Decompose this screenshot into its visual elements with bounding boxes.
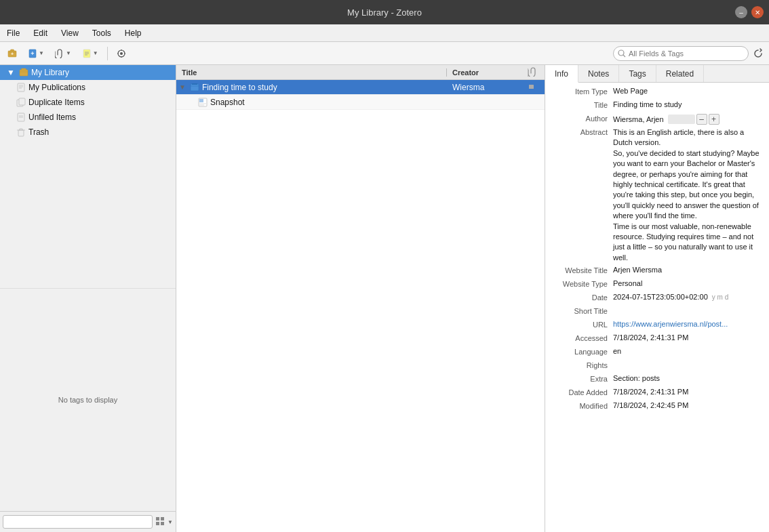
short-title-label: Short Title	[545, 306, 613, 315]
menu-file[interactable]: File	[0, 26, 26, 40]
toolbar: + + ▼ ▼ ▼	[0, 42, 769, 65]
website-type-value[interactable]: Personal	[613, 279, 769, 287]
date-value: 2024-07-15T23:05:00+02:00 y m d	[613, 293, 769, 301]
date-label: Date	[545, 293, 613, 302]
field-accessed: Accessed 7/18/2024, 2:41:31 PM	[545, 332, 769, 346]
field-modified: Modified 7/18/2024, 2:42:45 PM	[545, 400, 769, 413]
tab-notes[interactable]: Notes	[578, 65, 619, 82]
author-add-button[interactable]: +	[709, 114, 719, 125]
right-panel: Info Notes Tags Related Item Type Web Pa…	[545, 65, 769, 532]
add-attachment-button[interactable]: ▼	[50, 45, 76, 62]
tag-grid-button[interactable]	[153, 514, 167, 529]
search-icon	[618, 49, 626, 58]
sidebar-item-trash[interactable]: Trash	[0, 125, 176, 140]
tab-info[interactable]: Info	[545, 65, 578, 83]
expand-arrow-icon: ▼	[5, 68, 16, 77]
new-item-button[interactable]: + ▼	[23, 45, 49, 62]
library-icon	[19, 68, 28, 77]
svg-rect-33	[156, 522, 159, 525]
tab-related[interactable]: Related	[656, 65, 704, 82]
items-table: Title Creator ▼ Finding time to study Wi…	[176, 65, 545, 532]
svg-rect-22	[19, 98, 25, 105]
my-publications-label: My Publications	[28, 83, 85, 92]
item-type-value[interactable]: Web Page	[613, 87, 769, 95]
svg-rect-17	[18, 83, 24, 91]
search-input[interactable]	[629, 49, 730, 58]
language-value[interactable]: en	[613, 347, 769, 355]
info-panel-content: Item Type Web Page Title Finding time to…	[545, 83, 769, 532]
svg-rect-31	[156, 517, 159, 520]
table-row[interactable]: ▼ Finding time to study Wiersma	[176, 80, 545, 95]
tab-tags[interactable]: Tags	[619, 65, 656, 82]
svg-rect-26	[18, 130, 24, 136]
column-header-attach	[528, 67, 545, 78]
toolbar-separator	[107, 47, 108, 60]
extra-label: Extra	[545, 374, 613, 383]
title-bar: My Library - Zotero – ✕	[0, 0, 769, 24]
svg-point-14	[618, 50, 624, 56]
field-date: Date 2024-07-15T23:05:00+02:00 y m d	[545, 291, 769, 305]
svg-text:+: +	[11, 52, 14, 56]
sidebar-item-my-library[interactable]: ▼ My Library	[0, 65, 176, 80]
date-controls[interactable]: y m d	[712, 293, 728, 301]
folder-add-icon: +	[7, 49, 17, 58]
menu-bar: File Edit View Tools Help	[0, 24, 769, 42]
menu-edit[interactable]: Edit	[26, 26, 54, 40]
menu-help[interactable]: Help	[118, 26, 149, 40]
accessed-value[interactable]: 7/18/2024, 2:41:31 PM	[613, 333, 769, 342]
attachment-col-icon	[528, 67, 538, 77]
tag-chevron-icon: ▼	[167, 519, 173, 525]
svg-rect-16	[20, 70, 28, 76]
sidebar-item-my-publications[interactable]: My Publications	[0, 80, 176, 95]
author-text[interactable]: Wiersma, Arjen	[613, 115, 664, 123]
language-label: Language	[545, 347, 613, 356]
field-url: URL https://www.arjenwiersma.nl/post...	[545, 319, 769, 332]
row-creator: Wiersma	[447, 83, 528, 92]
svg-rect-35	[191, 84, 199, 91]
field-item-type: Item Type Web Page	[545, 85, 769, 99]
column-header-creator[interactable]: Creator	[447, 68, 528, 77]
attachment-icon	[55, 49, 64, 58]
website-title-value[interactable]: Arjen Wiersma	[613, 266, 769, 274]
locate-icon	[117, 49, 126, 58]
author-type-indicator	[668, 115, 695, 124]
menu-view[interactable]: View	[54, 26, 85, 40]
sidebar-item-unfiled-items[interactable]: Unfiled Items	[0, 110, 176, 125]
window-title: My Library - Zotero	[347, 7, 422, 18]
item-type-label: Item Type	[545, 87, 613, 96]
svg-text:+: +	[31, 50, 34, 57]
extra-value[interactable]: Section: posts	[613, 374, 769, 382]
sidebar-item-duplicate-items[interactable]: Duplicate Items	[0, 95, 176, 110]
note-icon	[82, 49, 92, 58]
field-abstract: Abstract This is an English article, the…	[545, 126, 769, 264]
new-item-icon: +	[28, 49, 37, 58]
add-note-button[interactable]: ▼	[77, 45, 103, 62]
website-title-label: Website Title	[545, 266, 613, 274]
sync-button[interactable]	[750, 45, 766, 62]
menu-tools[interactable]: Tools	[85, 26, 118, 40]
no-tags-label: No tags to display	[58, 396, 117, 404]
locate-button[interactable]	[112, 45, 131, 62]
new-collection-button[interactable]: +	[3, 45, 22, 62]
rights-label: Rights	[545, 361, 613, 369]
tag-search-input[interactable]	[3, 515, 153, 529]
title-label: Title	[545, 100, 613, 109]
author-remove-button[interactable]: –	[696, 114, 707, 125]
minimize-button[interactable]: –	[735, 6, 747, 18]
tag-grid-icon	[155, 516, 165, 526]
field-title: Title Finding time to study	[545, 99, 769, 112]
short-title-value[interactable]	[613, 306, 769, 316]
sidebar-tree: ▼ My Library My Publications Duplicate I…	[0, 65, 176, 288]
main-layout: ▼ My Library My Publications Duplicate I…	[0, 65, 769, 532]
rights-value[interactable]	[613, 361, 769, 370]
child-row[interactable]: Snapshot	[176, 95, 545, 110]
close-button[interactable]: ✕	[751, 6, 764, 18]
web-page-icon	[190, 83, 199, 92]
modified-value: 7/18/2024, 2:42:45 PM	[613, 401, 769, 409]
date-text[interactable]: 2024-07-15T23:05:00+02:00	[613, 293, 708, 301]
table-header: Title Creator	[176, 65, 545, 80]
abstract-value[interactable]: This is an English article, there is als…	[613, 127, 769, 263]
url-value[interactable]: https://www.arjenwiersma.nl/post...	[613, 320, 769, 328]
title-value[interactable]: Finding time to study	[613, 100, 769, 108]
column-header-title[interactable]: Title	[176, 68, 447, 77]
